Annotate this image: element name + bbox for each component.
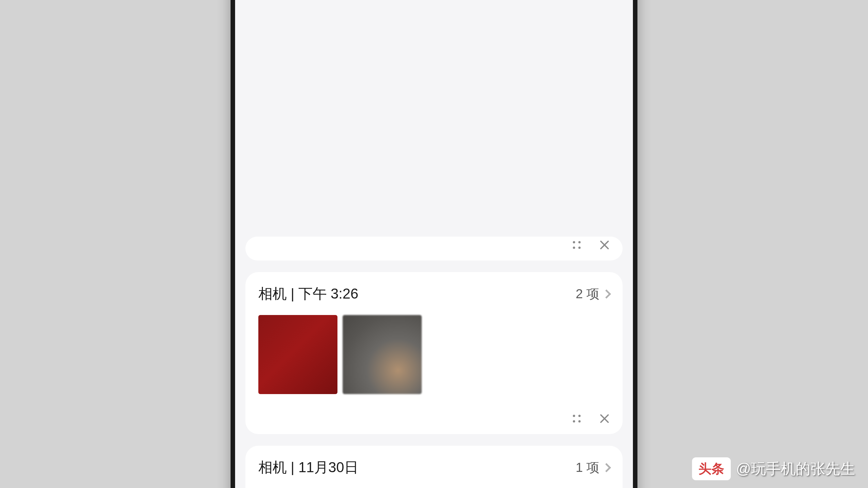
thumbnail-image[interactable]: [258, 315, 337, 394]
card-camera-nov30[interactable]: 相机 | 11月30日 1 项: [245, 446, 623, 488]
card-count: 2 项: [576, 285, 599, 303]
content-area: 相机 | 下午 3:26 2 项: [235, 0, 633, 488]
card-count-wrap[interactable]: 2 项: [576, 285, 610, 303]
thumbnail-row: [258, 315, 610, 394]
card-header: 相机 | 下午 3:26 2 项: [258, 284, 610, 303]
thumbnail-image[interactable]: [343, 315, 422, 394]
card-partial-top: [245, 236, 623, 260]
watermark: 头条 @玩手机的张先生: [692, 457, 855, 480]
card-camera-afternoon[interactable]: 相机 | 下午 3:26 2 项: [245, 272, 623, 434]
card-title: 相机 | 下午 3:26: [258, 284, 359, 303]
card-actions: [258, 414, 610, 424]
more-dots-icon[interactable]: [572, 240, 581, 250]
watermark-badge: 头条: [692, 457, 731, 480]
chevron-right-icon: [602, 289, 611, 298]
close-icon[interactable]: [599, 240, 610, 250]
close-icon[interactable]: [599, 414, 610, 424]
phone-frame: 相机 | 下午 3:26 2 项: [230, 0, 638, 488]
card-count: 1 项: [576, 459, 599, 476]
card-actions: [258, 236, 610, 250]
watermark-handle: @玩手机的张先生: [736, 459, 855, 479]
card-count-wrap[interactable]: 1 项: [576, 459, 610, 476]
card-header: 相机 | 11月30日 1 项: [258, 458, 610, 477]
card-title: 相机 | 11月30日: [258, 458, 359, 477]
phone-screen: 相机 | 下午 3:26 2 项: [235, 0, 633, 488]
more-dots-icon[interactable]: [572, 414, 581, 423]
chevron-right-icon: [602, 463, 611, 472]
